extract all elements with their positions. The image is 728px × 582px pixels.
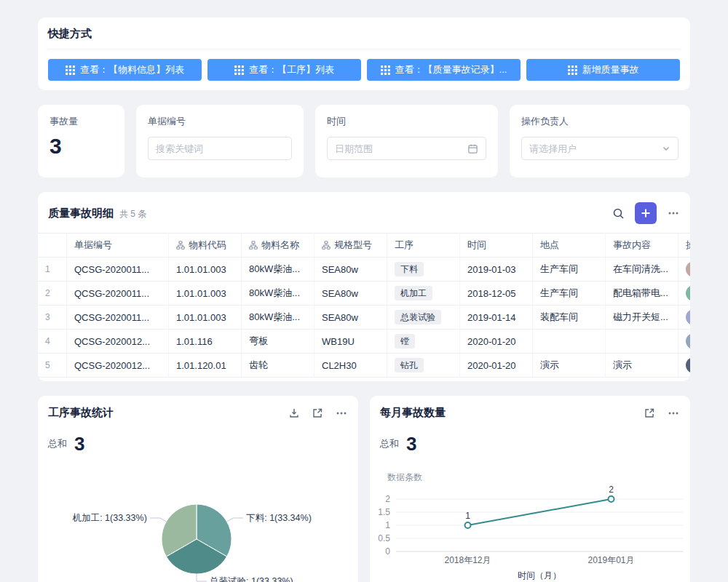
table-row[interactable]: 2QCSG-2020011...1.01.01.00380kW柴油...SEA8… — [38, 282, 690, 306]
column-header-date[interactable]: 时间 — [460, 233, 533, 258]
column-header-label: 事故内容 — [613, 239, 651, 252]
cell-code: QCSG-2020011... — [67, 306, 169, 330]
column-header-content[interactable]: 事故内容 — [606, 233, 678, 258]
shortcut-button-3[interactable]: 查看：【质量事故记录】... — [367, 59, 521, 81]
column-header-code[interactable]: 单据编号 — [67, 233, 169, 258]
chevron-down-icon — [662, 144, 670, 153]
cell-content: 在车间清洗... — [606, 258, 678, 282]
column-header-place[interactable]: 地点 — [533, 233, 606, 258]
user-select[interactable] — [521, 137, 678, 160]
linked-field-icon — [176, 241, 185, 250]
column-header-label: 规格型号 — [334, 239, 372, 252]
open-line-chart-button[interactable] — [644, 407, 655, 419]
table-row[interactable]: 5QCSG-2020012...1.01.120.01齿轮CL2H30钻孔202… — [38, 354, 690, 378]
cell-code: QCSG-2020011... — [67, 282, 169, 306]
cell-process: 下料 — [387, 258, 460, 282]
shortcut-button-1[interactable]: 查看：【物料信息】列表 — [48, 59, 202, 81]
column-header-mat_code[interactable]: 物料代码 — [169, 233, 242, 258]
more-icon — [667, 407, 680, 420]
avatar — [686, 357, 690, 373]
table-more-button[interactable] — [667, 207, 680, 220]
line-more-button[interactable] — [667, 407, 680, 420]
user-select-input[interactable] — [529, 143, 657, 154]
cell-no: 1 — [38, 258, 67, 282]
cell-mat_name: 80kW柴油... — [242, 282, 314, 306]
table-row[interactable]: 3QCSG-2020011...1.01.01.00380kW柴油...SEA8… — [38, 306, 690, 330]
cell-code: QCSG-2020012... — [67, 354, 169, 378]
cell-spec: SEA80w — [314, 282, 387, 306]
cell-owner — [678, 306, 690, 330]
date-range-input[interactable] — [335, 143, 463, 154]
operator-filter-card: 操作负责人 — [510, 105, 690, 178]
time-label: 时间 — [327, 115, 486, 128]
cell-content: 演示 — [606, 354, 678, 378]
column-header-owner[interactable]: 操作负责人 — [678, 233, 690, 258]
column-header-mat_name[interactable]: 物料名称 — [242, 233, 314, 258]
shortcut-button-4[interactable]: 新增质量事故 — [526, 59, 680, 81]
monthly-count-card: 每月事故数量 总和 3 数 — [370, 396, 690, 582]
x-axis-title: 时间（月） — [518, 570, 561, 581]
y-tick-label: 2 — [385, 494, 390, 504]
cell-spec: SEA80w — [314, 258, 387, 282]
pie-card-actions — [288, 407, 348, 420]
export-image-button[interactable] — [288, 407, 300, 419]
y-axis-title: 数据条数 — [387, 472, 422, 482]
shortcut-button-2[interactable]: 查看：【工序】列表 — [207, 59, 361, 81]
avatar — [686, 261, 690, 277]
grid-icon — [568, 65, 577, 75]
data-point-label: 1 — [465, 511, 470, 521]
cell-content: 配电箱带电... — [606, 282, 678, 306]
monthly-line-chart: 数据条数21.510.5012018年12月22019年01月时间（月） — [370, 458, 690, 582]
line-total: 总和 3 — [380, 433, 680, 455]
column-header-spec[interactable]: 规格型号 — [314, 233, 387, 258]
cell-content: 磁力开关短... — [606, 306, 678, 330]
table-scroll-area[interactable]: 单据编号物料代码物料名称规格型号工序时间地点事故内容操作负责人 1QCSG-20… — [38, 233, 690, 378]
column-header-process[interactable]: 工序 — [387, 233, 460, 258]
cell-date: 2019-01-14 — [460, 306, 533, 330]
keyword-search-input[interactable] — [156, 143, 284, 154]
column-header-no[interactable] — [38, 233, 67, 258]
cell-mat_code: 1.01.01.003 — [169, 282, 242, 306]
shortcuts-header: 快捷方式 — [48, 27, 680, 49]
line-chart-title: 每月事故数量 — [380, 406, 644, 420]
column-header-label: 操作负责人 — [686, 239, 690, 252]
x-tick-label: 2019年01月 — [587, 555, 634, 565]
cell-owner — [678, 282, 690, 306]
incident-count-label: 事故量 — [50, 115, 113, 128]
cell-spec: SEA80w — [314, 306, 387, 330]
table-card-header: 质量事故明细 共 5 条 — [38, 192, 690, 233]
process-tag: 镗 — [395, 334, 415, 348]
cell-mat_code: 1.01.01.003 — [169, 258, 242, 282]
order-number-label: 单据编号 — [148, 115, 292, 128]
cell-process: 总装试验 — [387, 306, 460, 330]
search-button[interactable] — [612, 207, 625, 220]
cell-date: 2018-12-05 — [460, 282, 533, 306]
table-row[interactable]: 4QCSG-2020012...1.01.116弯板WB19U镗2020-01-… — [38, 330, 690, 354]
cell-owner — [678, 258, 690, 282]
cell-date: 2020-01-20 — [460, 354, 533, 378]
grid-icon — [381, 65, 390, 75]
table-title: 质量事故明细 — [48, 207, 114, 220]
process-tag: 钻孔 — [395, 358, 424, 372]
cell-owner — [678, 354, 690, 378]
shortcuts-card: 快捷方式 查看：【物料信息】列表查看：【工序】列表查看：【质量事故记录】...新… — [38, 17, 690, 90]
cell-date: 2019-01-03 — [460, 258, 533, 282]
cell-place — [533, 330, 606, 354]
export-image-icon — [288, 407, 300, 419]
add-record-button[interactable] — [635, 202, 657, 224]
operator-label: 操作负责人 — [521, 115, 678, 128]
pie-more-button[interactable] — [335, 407, 348, 420]
pie-total-label: 总和 — [48, 437, 67, 450]
table-header-row: 单据编号物料代码物料名称规格型号工序时间地点事故内容操作负责人 — [38, 233, 690, 258]
cell-content — [606, 330, 678, 354]
line-total-label: 总和 — [380, 437, 399, 450]
cell-process: 镗 — [387, 330, 460, 354]
pie-label: 下料: 1(33.34%) — [246, 513, 312, 523]
y-tick-label: 1.5 — [378, 507, 390, 517]
process-stats-card: 工序事故统计 — [38, 396, 358, 582]
table-row[interactable]: 1QCSG-2020011...1.01.01.00380kW柴油...SEA8… — [38, 258, 690, 282]
y-tick-label: 0.5 — [378, 533, 390, 543]
pie-label-line — [150, 518, 167, 522]
incident-table-card: 质量事故明细 共 5 条 — [38, 192, 690, 381]
open-pie-chart-button[interactable] — [312, 407, 323, 419]
